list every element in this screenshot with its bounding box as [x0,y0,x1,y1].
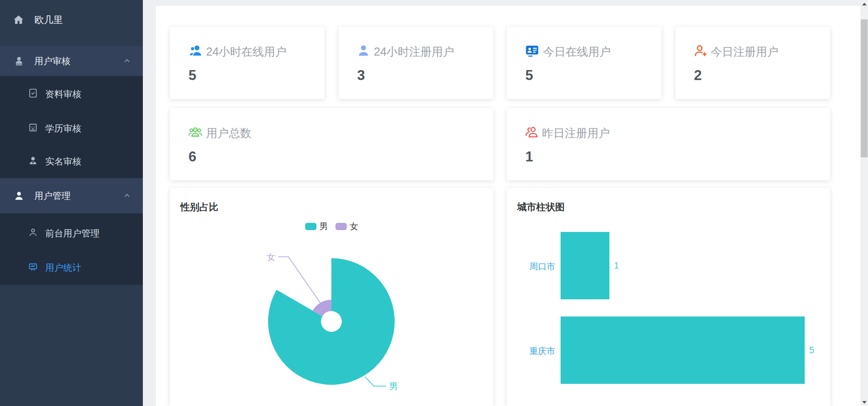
sidebar: 欧几里 用户审核 资料审核 学历审核 实名审核 [0,0,143,406]
scrollbar-thumb[interactable] [861,19,868,157]
id-card-icon [525,44,539,59]
stat-value: 5 [189,67,196,84]
app-title: 欧几里 [34,14,63,26]
sidebar-item-label: 前台用户管理 [45,227,99,240]
bar-category-label: 重庆市 [510,345,555,357]
users-outline-icon [525,125,538,141]
sidebar-group-user-audit[interactable]: 用户审核 [0,46,143,76]
sidebar-logo[interactable]: 欧几里 [0,7,143,33]
stat-card-total-users: 用户总数 6 [170,108,493,180]
bar-chongqing[interactable] [561,316,805,384]
stat-card-registered-today: 今日注册用户 2 [675,27,830,99]
user-plus-icon [693,44,707,59]
sidebar-item-user-stats[interactable]: 用户统计 [0,254,143,281]
sidebar-item-label: 用户统计 [45,262,81,274]
arrow-up-icon [862,3,867,5]
stat-label: 今日注册用户 [711,44,778,59]
stat-value: 6 [189,149,196,165]
users-filled-icon [188,44,203,59]
user-filled-icon [357,44,370,59]
stat-card-registered-yesterday: 昨日注册用户 1 [507,108,830,180]
doc-check-icon [28,88,38,100]
person-icon [28,156,38,167]
stat-card-online-24h: 24小时在线用户 5 [170,27,325,99]
user-group-icon [188,125,203,141]
sidebar-item-label: 资料审核 [45,88,81,100]
stat-label: 今日在线用户 [543,44,611,59]
stat-label: 24小时在线用户 [206,44,287,59]
sidebar-item-realname-audit[interactable]: 实名审核 [0,148,143,175]
bar-zhoukou[interactable] [561,232,609,299]
sidebar-group-user-management[interactable]: 用户管理 [0,178,143,213]
stat-label: 24小时注册用户 [374,44,454,59]
stats-board-icon [28,262,38,274]
pie-label-male: 男 [389,382,398,391]
gender-pie-chart-card: 性别占比 男 女 女 男 [170,188,493,406]
arrow-down-icon [862,401,867,404]
user-badge-icon [14,56,24,66]
sidebar-item-label: 实名审核 [45,156,81,168]
stat-card-online-today: 今日在线用户 5 [507,27,661,99]
school-icon [28,123,38,134]
chevron-up-icon[interactable] [123,57,131,65]
stat-value: 2 [694,67,702,84]
sidebar-item-label: 学历审核 [45,123,81,135]
gender-pie-chart: 女 男 [170,188,493,406]
sidebar-group-label: 用户审核 [34,55,71,67]
stat-label: 用户总数 [206,126,251,141]
bar-value-label: 1 [614,260,619,271]
sidebar-submenu-user-management: 前台用户管理 用户统计 [0,213,143,285]
pie-label-female: 女 [267,252,275,262]
sidebar-group-label: 用户管理 [34,190,71,202]
stat-value: 3 [357,67,365,84]
stat-card-registered-24h: 24小时注册用户 3 [339,27,493,99]
pie-slice-male[interactable] [268,258,395,385]
sidebar-item-front-users[interactable]: 前台用户管理 [0,220,143,247]
scrollbar-down-button[interactable] [860,398,868,406]
bar-value-label: 5 [809,345,814,355]
person-outline-icon [28,227,38,239]
stat-value: 1 [525,149,533,165]
chevron-up-icon[interactable] [123,192,131,200]
sidebar-item-data-audit[interactable]: 资料审核 [0,80,143,108]
dashboard-page: { "sidebar": { "logo": { "label": "欧几里" … [0,0,868,406]
bar-chart-title: 城市柱状图 [517,201,565,213]
user-icon [14,190,24,201]
sidebar-submenu-user-audit: 资料审核 学历审核 实名审核 [0,76,143,178]
home-icon [13,14,24,26]
sidebar-item-education-audit[interactable]: 学历审核 [0,115,143,142]
stat-value: 5 [525,67,533,84]
stat-label: 昨日注册用户 [542,126,610,141]
male-leader-line [365,377,386,386]
city-bar-chart-card: 城市柱状图 周口市 1 重庆市 5 [507,188,830,406]
bar-category-label: 周口市 [510,261,555,273]
scrollbar-up-button[interactable] [860,0,868,8]
